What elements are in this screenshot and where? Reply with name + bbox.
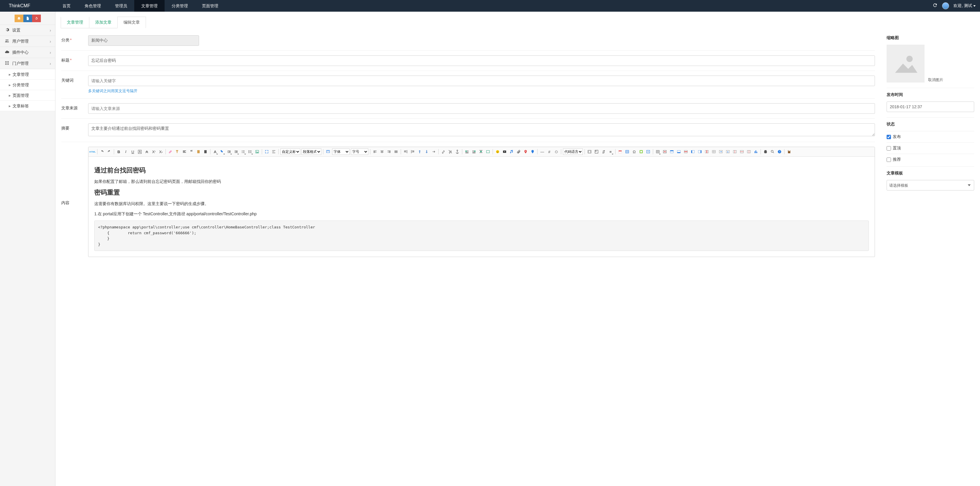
table-icon[interactable] [624,148,630,155]
toolbar-select-font[interactable]: 字体 [332,148,350,155]
avatar[interactable] [942,2,949,10]
mergecell-icon[interactable] [711,148,717,155]
emoji-icon[interactable] [495,148,501,155]
summary-input[interactable]: 文章主要介绍通过前台找回密码和密码重置 [88,123,875,136]
link-icon[interactable] [440,148,447,155]
map-icon[interactable] [522,148,529,155]
up-icon[interactable] [417,148,423,155]
template-icon[interactable] [593,148,600,155]
aj-icon[interactable] [393,148,399,155]
help-icon[interactable]: ? [776,148,783,155]
insertrowb-icon[interactable] [676,148,682,155]
insertcoll-icon[interactable] [690,148,696,155]
fullscreen-icon[interactable] [264,148,270,155]
outdent-icon[interactable] [233,148,239,155]
imgnone-icon[interactable] [485,148,491,155]
ac-icon[interactable] [379,148,385,155]
recommend-checkbox[interactable] [887,157,891,162]
splitrow-icon[interactable] [739,148,745,155]
fontborder-icon[interactable]: A [137,148,143,155]
title-input[interactable] [88,56,875,66]
pastetext-icon[interactable] [202,148,208,155]
color-icon[interactable]: A [212,148,218,155]
t2l-icon[interactable] [402,148,409,155]
calendar-icon[interactable] [617,148,624,155]
image-icon[interactable] [254,148,260,155]
indent-icon[interactable] [226,148,232,155]
template-select[interactable]: 请选择模板 [887,180,974,191]
toolbar-select-customTitle[interactable]: 自定义标题 [280,148,300,155]
top-menu-3[interactable]: 文章管理 [134,0,165,12]
underline-icon[interactable]: U [130,148,136,155]
toolbar-select-size[interactable]: 字号 [351,148,368,155]
direction-icon[interactable] [431,148,437,155]
welcome-dropdown[interactable]: 欢迎, 测试 [953,3,975,8]
search-icon[interactable] [769,148,776,155]
top-checkbox[interactable] [887,146,891,151]
delrow-icon[interactable] [682,148,689,155]
lineheight-icon[interactable]: ≡ [607,148,614,155]
music-icon[interactable] [508,148,515,155]
brand[interactable]: ThinkCMF [0,0,56,12]
ar-icon[interactable] [386,148,392,155]
eraser-icon[interactable] [167,148,173,155]
html-icon[interactable]: HTML [89,148,96,155]
bgcolor-icon[interactable] [219,148,225,155]
imgcenter-icon[interactable] [478,148,484,155]
imgleft-icon[interactable] [464,148,470,155]
mergeright-icon[interactable] [718,148,724,155]
file-icon[interactable] [23,14,32,22]
deltable-icon[interactable] [662,148,668,155]
insertrow-icon[interactable] [668,148,675,155]
inserttable-icon[interactable] [655,148,661,155]
splitcell-icon[interactable] [732,148,738,155]
top-menu-1[interactable]: 角色管理 [78,0,108,12]
sidebar-sub-3-3[interactable]: ▸文章标签 [0,101,55,111]
undo-icon[interactable] [99,148,105,155]
print-icon[interactable] [762,148,769,155]
save-icon[interactable] [786,148,792,155]
sidebar-item-0[interactable]: 设置› [0,25,55,36]
sidebar-item-2[interactable]: 插件中心› [0,47,55,58]
gmap-icon[interactable] [530,148,536,155]
publish-checkbox[interactable] [887,135,891,139]
sup-icon[interactable]: X² [151,148,157,155]
insertcolr-icon[interactable] [697,148,703,155]
publish-time-input[interactable] [887,102,974,112]
al-icon[interactable] [372,148,378,155]
redo-icon[interactable] [106,148,112,155]
toolbar-select-codeLang[interactable]: 代码语言 [563,148,583,155]
source-input[interactable] [88,103,875,114]
refresh-icon[interactable] [932,3,938,9]
tab-0[interactable]: 文章管理 [61,17,89,28]
date-icon[interactable]: # [546,148,552,155]
time-icon[interactable]: ⏲ [553,148,560,155]
unlink-icon[interactable] [447,148,453,155]
spacing-icon[interactable]: ⇵ [600,148,607,155]
sub-icon[interactable]: X₂ [158,148,164,155]
sidebar-sub-3-2[interactable]: ▸页面管理 [0,90,55,101]
strike-icon[interactable]: A [143,148,150,155]
tab-1[interactable]: 添加文章 [89,17,118,28]
cancel-image-link[interactable]: 取消图片 [928,77,943,83]
publish-checkbox-row[interactable]: 发布 [887,131,974,142]
preview-icon[interactable] [325,148,331,155]
anchor-icon[interactable] [454,148,461,155]
splitcol-icon[interactable] [746,148,752,155]
recommend-checkbox-row[interactable]: 推荐 [887,154,974,165]
wordimg-icon[interactable]: W [645,148,651,155]
sidebar-sub-3-0[interactable]: ▸文章管理 [0,69,55,79]
editor-content[interactable]: 通过前台找回密码 如果你配置了邮箱，那么请到前台忘记密码页面，用邮箱找回你的密码… [88,157,875,257]
top-menu-2[interactable]: 管理员 [108,0,134,12]
bold-icon[interactable]: B [116,148,122,155]
delcol-icon[interactable] [704,148,710,155]
sidebar-sub-3-1[interactable]: ▸分类管理 [0,79,55,90]
formatbrush-icon[interactable] [174,148,181,155]
tab-2[interactable]: 编辑文章 [117,17,146,28]
ol-icon[interactable] [240,148,246,155]
top-menu-4[interactable]: 分类管理 [165,0,195,12]
keywords-input[interactable] [88,76,875,86]
paste-icon[interactable] [195,148,202,155]
category-input[interactable] [88,35,199,46]
toolbar-select-paragraph[interactable]: 段落格式 [301,148,321,155]
